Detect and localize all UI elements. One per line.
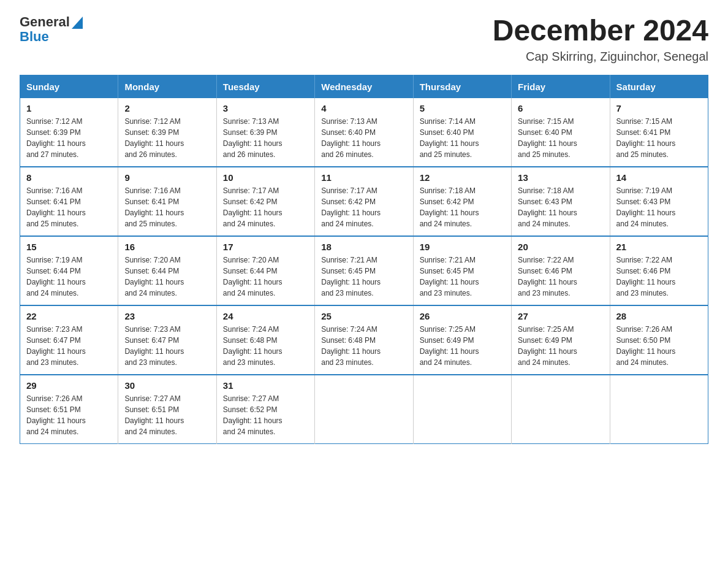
day-info: Sunrise: 7:12 AMSunset: 6:39 PMDaylight:…	[124, 116, 210, 160]
calendar-cell: 10 Sunrise: 7:17 AMSunset: 6:42 PMDaylig…	[216, 167, 314, 236]
day-info: Sunrise: 7:26 AMSunset: 6:51 PMDaylight:…	[26, 393, 112, 437]
calendar-cell: 25 Sunrise: 7:24 AMSunset: 6:48 PMDaylig…	[315, 305, 413, 375]
day-info: Sunrise: 7:22 AMSunset: 6:46 PMDaylight:…	[518, 255, 603, 299]
day-number: 22	[26, 311, 112, 321]
calendar-cell: 1 Sunrise: 7:12 AMSunset: 6:39 PMDayligh…	[20, 98, 118, 167]
day-number: 15	[26, 242, 112, 252]
day-info: Sunrise: 7:16 AMSunset: 6:41 PMDaylight:…	[26, 185, 112, 229]
day-number: 27	[518, 311, 603, 321]
calendar-cell	[512, 375, 610, 444]
calendar-cell: 30 Sunrise: 7:27 AMSunset: 6:51 PMDaylig…	[118, 375, 216, 444]
calendar-week-4: 22 Sunrise: 7:23 AMSunset: 6:47 PMDaylig…	[20, 305, 708, 375]
calendar-cell: 26 Sunrise: 7:25 AMSunset: 6:49 PMDaylig…	[413, 305, 511, 375]
day-info: Sunrise: 7:26 AMSunset: 6:50 PMDaylight:…	[616, 324, 702, 368]
calendar-week-1: 1 Sunrise: 7:12 AMSunset: 6:39 PMDayligh…	[20, 98, 708, 167]
day-info: Sunrise: 7:20 AMSunset: 6:44 PMDaylight:…	[124, 255, 210, 299]
calendar-cell: 2 Sunrise: 7:12 AMSunset: 6:39 PMDayligh…	[118, 98, 216, 167]
day-number: 6	[518, 103, 603, 113]
day-number: 17	[223, 242, 308, 252]
day-number: 7	[616, 103, 702, 113]
calendar-cell: 23 Sunrise: 7:23 AMSunset: 6:47 PMDaylig…	[118, 305, 216, 375]
day-info: Sunrise: 7:18 AMSunset: 6:42 PMDaylight:…	[420, 185, 505, 229]
day-info: Sunrise: 7:15 AMSunset: 6:41 PMDaylight:…	[616, 116, 702, 160]
title-section: December 2024 Cap Skirring, Ziguinchor, …	[493, 15, 708, 64]
day-info: Sunrise: 7:22 AMSunset: 6:46 PMDaylight:…	[616, 255, 702, 299]
calendar-body: 1 Sunrise: 7:12 AMSunset: 6:39 PMDayligh…	[20, 98, 708, 444]
day-info: Sunrise: 7:27 AMSunset: 6:51 PMDaylight:…	[124, 393, 210, 437]
header-tuesday: Tuesday	[216, 75, 314, 98]
day-info: Sunrise: 7:13 AMSunset: 6:40 PMDaylight:…	[321, 116, 406, 160]
calendar-cell: 3 Sunrise: 7:13 AMSunset: 6:39 PMDayligh…	[216, 98, 314, 167]
calendar-cell: 28 Sunrise: 7:26 AMSunset: 6:50 PMDaylig…	[610, 305, 708, 375]
day-info: Sunrise: 7:23 AMSunset: 6:47 PMDaylight:…	[124, 324, 210, 368]
day-number: 23	[124, 311, 210, 321]
calendar-cell: 21 Sunrise: 7:22 AMSunset: 6:46 PMDaylig…	[610, 236, 708, 305]
header-wednesday: Wednesday	[315, 75, 413, 98]
calendar-cell: 22 Sunrise: 7:23 AMSunset: 6:47 PMDaylig…	[20, 305, 118, 375]
calendar-cell: 31 Sunrise: 7:27 AMSunset: 6:52 PMDaylig…	[216, 375, 314, 444]
day-info: Sunrise: 7:18 AMSunset: 6:43 PMDaylight:…	[518, 185, 603, 229]
day-number: 9	[124, 172, 210, 183]
calendar-cell: 20 Sunrise: 7:22 AMSunset: 6:46 PMDaylig…	[512, 236, 610, 305]
day-info: Sunrise: 7:24 AMSunset: 6:48 PMDaylight:…	[321, 324, 406, 368]
day-info: Sunrise: 7:25 AMSunset: 6:49 PMDaylight:…	[420, 324, 505, 368]
day-info: Sunrise: 7:12 AMSunset: 6:39 PMDaylight:…	[26, 116, 112, 160]
calendar-cell: 24 Sunrise: 7:24 AMSunset: 6:48 PMDaylig…	[216, 305, 314, 375]
calendar-cell: 15 Sunrise: 7:19 AMSunset: 6:44 PMDaylig…	[20, 236, 118, 305]
calendar-cell: 14 Sunrise: 7:19 AMSunset: 6:43 PMDaylig…	[610, 167, 708, 236]
day-number: 18	[321, 242, 406, 252]
calendar-cell	[413, 375, 511, 444]
day-number: 26	[420, 311, 505, 321]
day-number: 21	[616, 242, 702, 252]
calendar-week-5: 29 Sunrise: 7:26 AMSunset: 6:51 PMDaylig…	[20, 375, 708, 444]
calendar-table: SundayMondayTuesdayWednesdayThursdayFrid…	[20, 75, 708, 444]
day-info: Sunrise: 7:19 AMSunset: 6:43 PMDaylight:…	[616, 185, 702, 229]
day-number: 4	[321, 103, 406, 113]
day-number: 13	[518, 172, 603, 183]
calendar-cell: 7 Sunrise: 7:15 AMSunset: 6:41 PMDayligh…	[610, 98, 708, 167]
day-info: Sunrise: 7:21 AMSunset: 6:45 PMDaylight:…	[420, 255, 505, 299]
calendar-subtitle: Cap Skirring, Ziguinchor, Senegal	[493, 50, 708, 64]
day-number: 28	[616, 311, 702, 321]
day-number: 29	[26, 380, 112, 391]
calendar-cell: 19 Sunrise: 7:21 AMSunset: 6:45 PMDaylig…	[413, 236, 511, 305]
day-info: Sunrise: 7:27 AMSunset: 6:52 PMDaylight:…	[223, 393, 308, 437]
calendar-cell: 18 Sunrise: 7:21 AMSunset: 6:45 PMDaylig…	[315, 236, 413, 305]
calendar-cell: 4 Sunrise: 7:13 AMSunset: 6:40 PMDayligh…	[315, 98, 413, 167]
day-number: 2	[124, 103, 210, 113]
calendar-header-row: SundayMondayTuesdayWednesdayThursdayFrid…	[20, 75, 708, 98]
calendar-cell: 29 Sunrise: 7:26 AMSunset: 6:51 PMDaylig…	[20, 375, 118, 444]
calendar-cell: 13 Sunrise: 7:18 AMSunset: 6:43 PMDaylig…	[512, 167, 610, 236]
calendar-cell: 27 Sunrise: 7:25 AMSunset: 6:49 PMDaylig…	[512, 305, 610, 375]
day-number: 20	[518, 242, 603, 252]
header-saturday: Saturday	[610, 75, 708, 98]
logo-blue-text: Blue	[20, 29, 49, 44]
day-number: 5	[420, 103, 505, 113]
day-number: 3	[223, 103, 308, 113]
header-sunday: Sunday	[20, 75, 118, 98]
day-number: 16	[124, 242, 210, 252]
header-friday: Friday	[512, 75, 610, 98]
day-info: Sunrise: 7:23 AMSunset: 6:47 PMDaylight:…	[26, 324, 112, 368]
day-number: 25	[321, 311, 406, 321]
day-number: 1	[26, 103, 112, 113]
day-number: 12	[420, 172, 505, 183]
svg-marker-0	[72, 17, 83, 29]
day-info: Sunrise: 7:20 AMSunset: 6:44 PMDaylight:…	[223, 255, 308, 299]
day-number: 30	[124, 380, 210, 391]
day-info: Sunrise: 7:21 AMSunset: 6:45 PMDaylight:…	[321, 255, 406, 299]
calendar-title: December 2024	[493, 15, 708, 47]
day-info: Sunrise: 7:17 AMSunset: 6:42 PMDaylight:…	[223, 185, 308, 229]
day-info: Sunrise: 7:15 AMSunset: 6:40 PMDaylight:…	[518, 116, 603, 160]
logo-general-text: General	[20, 15, 70, 29]
day-number: 11	[321, 172, 406, 183]
day-number: 10	[223, 172, 308, 183]
calendar-cell: 16 Sunrise: 7:20 AMSunset: 6:44 PMDaylig…	[118, 236, 216, 305]
calendar-cell: 17 Sunrise: 7:20 AMSunset: 6:44 PMDaylig…	[216, 236, 314, 305]
day-number: 31	[223, 380, 308, 391]
day-info: Sunrise: 7:13 AMSunset: 6:39 PMDaylight:…	[223, 116, 308, 160]
calendar-cell: 9 Sunrise: 7:16 AMSunset: 6:41 PMDayligh…	[118, 167, 216, 236]
day-info: Sunrise: 7:16 AMSunset: 6:41 PMDaylight:…	[124, 185, 210, 229]
calendar-cell	[315, 375, 413, 444]
day-number: 8	[26, 172, 112, 183]
